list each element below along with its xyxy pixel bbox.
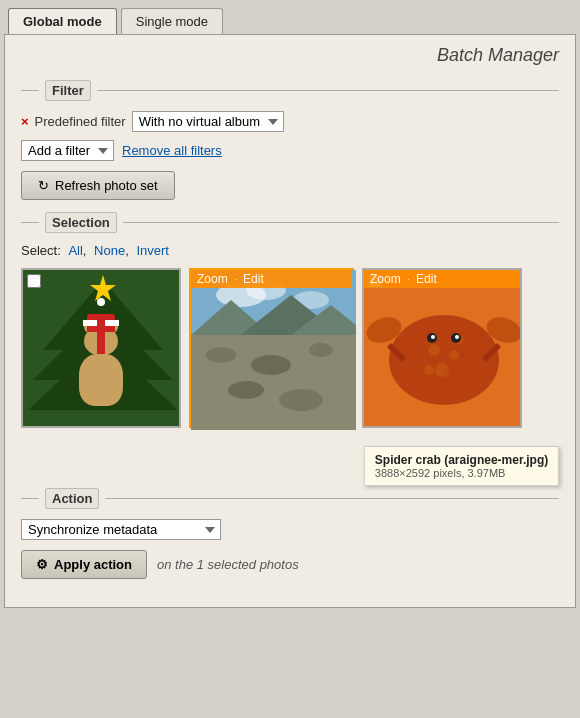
filter-section: Filter × Predefined filter With no virtu… xyxy=(21,80,559,200)
header-line-right3 xyxy=(105,498,559,499)
photo-crab: Zoom · Edit xyxy=(362,268,522,428)
separator2: · xyxy=(407,272,410,286)
tabs-bar: Global mode Single mode xyxy=(0,0,580,34)
crab-svg xyxy=(364,270,520,426)
filter-section-header: Filter xyxy=(21,80,559,101)
action-section-header: Action xyxy=(21,488,559,509)
selection-section: Selection Select: All, None, Invert xyxy=(21,212,559,428)
svg-point-32 xyxy=(455,335,459,339)
photo-bear-image xyxy=(23,270,179,426)
refresh-icon: ↻ xyxy=(38,178,49,193)
crab-tooltip: Spider crab (araignee-mer.jpg) 3888×2592… xyxy=(364,446,559,486)
svg-point-14 xyxy=(251,355,291,375)
action-dropdown[interactable]: Synchronize metadata Rotate Delete xyxy=(21,519,221,540)
tooltip-name: Spider crab (araignee-mer.jpg) xyxy=(375,453,548,467)
action-dropdown-row: Synchronize metadata Rotate Delete xyxy=(21,519,559,540)
remove-filter-icon[interactable]: × xyxy=(21,114,29,129)
add-filter-row: Add a filter Remove all filters xyxy=(21,140,559,161)
bear-hat-pompom xyxy=(97,298,105,306)
separator1: · xyxy=(234,272,237,286)
svg-point-25 xyxy=(449,350,459,360)
photo-bear-checkbox[interactable] xyxy=(27,274,41,288)
svg-point-24 xyxy=(428,344,440,356)
edit-link-landscape[interactable]: Edit xyxy=(243,272,264,286)
zoom-link-crab[interactable]: Zoom xyxy=(370,272,401,286)
svg-point-26 xyxy=(435,363,449,377)
photo-landscape: Zoom · Edit xyxy=(189,268,354,428)
select-row: Select: All, None, Invert xyxy=(21,243,559,258)
filter-section-title: Filter xyxy=(45,80,91,101)
header-line-left3 xyxy=(21,498,39,499)
tab-single[interactable]: Single mode xyxy=(121,8,223,34)
svg-point-15 xyxy=(309,343,333,357)
tab-global[interactable]: Global mode xyxy=(8,8,117,34)
action-section: Action Synchronize metadata Rotate Delet… xyxy=(21,488,559,579)
page-title: Batch Manager xyxy=(5,35,575,72)
svg-point-16 xyxy=(228,381,264,399)
photo-crab-image xyxy=(364,270,520,426)
photo-landscape-image xyxy=(191,270,352,426)
predefined-filter-label: Predefined filter xyxy=(35,114,126,129)
svg-point-28 xyxy=(424,365,434,375)
photo-bear xyxy=(21,268,181,428)
header-line-left xyxy=(21,90,39,91)
main-panel: Batch Manager Filter × Predefined filter… xyxy=(4,34,576,608)
tooltip-info: 3888×2592 pixels, 3.97MB xyxy=(375,467,548,479)
zoom-link-landscape[interactable]: Zoom xyxy=(197,272,228,286)
header-line-right2 xyxy=(123,222,559,223)
selection-section-header: Selection xyxy=(21,212,559,233)
predefined-filter-dropdown[interactable]: With no virtual album With virtual album… xyxy=(132,111,284,132)
select-label: Select: xyxy=(21,243,61,258)
select-all-link[interactable]: All xyxy=(68,243,82,258)
zoom-edit-bar-landscape: Zoom · Edit xyxy=(191,270,352,288)
apply-action-row: ⚙ Apply action on the 1 selected photos xyxy=(21,550,559,579)
select-none-link[interactable]: None xyxy=(94,243,125,258)
bear-figure xyxy=(71,326,131,406)
apply-action-label: Apply action xyxy=(54,557,132,572)
apply-action-icon: ⚙ xyxy=(36,557,48,572)
refresh-photo-set-button[interactable]: ↻ Refresh photo set xyxy=(21,171,175,200)
select-invert-link[interactable]: Invert xyxy=(136,243,169,258)
predefined-filter-row: × Predefined filter With no virtual albu… xyxy=(21,111,559,132)
selection-section-title: Selection xyxy=(45,212,117,233)
header-line-left2 xyxy=(21,222,39,223)
svg-point-13 xyxy=(206,347,236,363)
svg-point-31 xyxy=(431,335,435,339)
bear-torso xyxy=(79,354,123,406)
landscape-svg xyxy=(191,270,356,430)
action-section-title: Action xyxy=(45,488,99,509)
apply-action-button[interactable]: ⚙ Apply action xyxy=(21,550,147,579)
photo-grid: Zoom · Edit xyxy=(21,268,559,428)
svg-point-19 xyxy=(389,315,499,405)
zoom-edit-bar-crab: Zoom · Edit xyxy=(364,270,520,288)
header-line-right xyxy=(97,90,559,91)
ribbon xyxy=(97,314,105,354)
edit-link-crab[interactable]: Edit xyxy=(416,272,437,286)
svg-point-17 xyxy=(279,389,323,411)
add-filter-dropdown[interactable]: Add a filter xyxy=(21,140,114,161)
remove-all-filters-button[interactable]: Remove all filters xyxy=(122,143,222,158)
on-selected-text: on the 1 selected photos xyxy=(157,557,299,572)
refresh-label: Refresh photo set xyxy=(55,178,158,193)
